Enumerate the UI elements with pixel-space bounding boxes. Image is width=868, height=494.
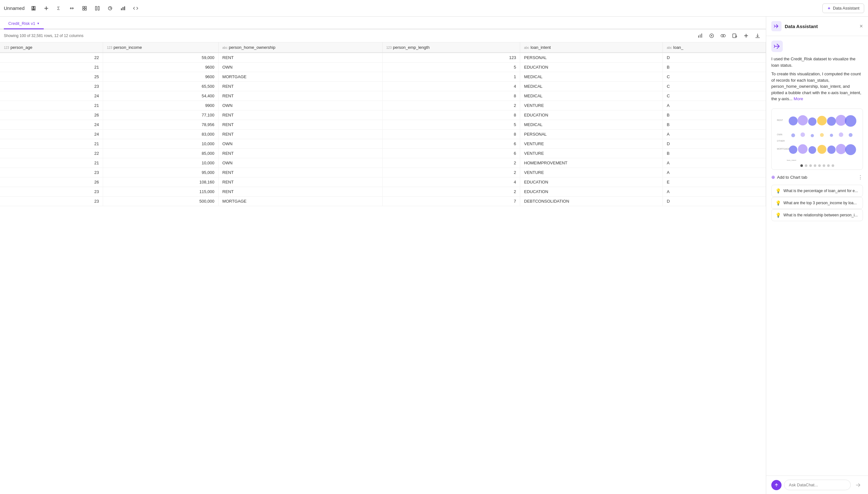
cell-loan: D — [663, 139, 766, 149]
table-body: 22 59,000 RENT 123 PERSONAL D 21 9600 OW… — [0, 53, 766, 206]
cell-home: RENT — [218, 168, 382, 177]
cell-age: 26 — [0, 110, 103, 120]
col-header-person-age[interactable]: 123person_age — [0, 42, 103, 53]
code-button[interactable] — [131, 3, 141, 14]
svg-point-50 — [830, 134, 833, 137]
table-row: 23 65,500 RENT 4 MEDICAL C — [0, 82, 766, 91]
svg-text:OWN: OWN — [777, 133, 783, 136]
add-to-chart-row[interactable]: ⊕ Add to Chart tab ⋮ — [771, 174, 863, 181]
chart-dot-3[interactable] — [814, 164, 816, 167]
cell-age: 26 — [0, 177, 103, 187]
cell-loan: B — [663, 149, 766, 158]
cell-age: 23 — [0, 187, 103, 196]
table-row: 22 85,000 RENT 6 VENTURE B — [0, 149, 766, 158]
svg-point-55 — [809, 146, 816, 154]
svg-text:Σ: Σ — [57, 6, 60, 11]
transform-button[interactable] — [67, 3, 77, 14]
cell-income: 85,000 — [103, 149, 218, 158]
data-assistant-button[interactable]: ✦ Data Assistant — [822, 3, 864, 13]
chart-dot-6[interactable] — [827, 164, 830, 167]
cell-intent: PERSONAL — [520, 53, 663, 62]
data-table-container[interactable]: 123person_age 123person_income abcperson… — [0, 42, 766, 494]
suggestion-item-0[interactable]: 💡 What is the percentage of loan_amnt fo… — [771, 185, 863, 197]
suggestion-item-2[interactable]: 💡 What is the relationship between perso… — [771, 209, 863, 221]
chart-dot-2[interactable] — [809, 164, 812, 167]
table-row: 21 10,000 OWN 2 HOMEIMPROVEMENT A — [0, 158, 766, 168]
add-to-chart-label[interactable]: Add to Chart tab — [777, 175, 807, 180]
suggestion-text-0: What is the percentage of loan_amnt for … — [784, 189, 858, 193]
join-icon[interactable] — [719, 31, 728, 40]
more-options-button[interactable]: ⋮ — [858, 174, 863, 180]
credit-risk-tab[interactable]: Credit_Risk v1 ▾ — [4, 19, 44, 30]
chart-svg: RENT OWN OTHER MORTGAGE loan_intent — [774, 111, 860, 163]
save-button[interactable] — [28, 3, 39, 14]
assistant-logo — [771, 40, 783, 52]
svg-point-23 — [711, 35, 712, 36]
svg-point-39 — [789, 116, 798, 126]
assistant-close-button[interactable]: × — [860, 23, 863, 30]
chart-dot-4[interactable] — [818, 164, 821, 167]
grid-button[interactable] — [79, 3, 90, 14]
pie-chart-button[interactable] — [105, 3, 115, 14]
col-header-loan[interactable]: abcloan_ — [663, 42, 766, 53]
suggestion-icon-0: 💡 — [775, 188, 781, 193]
columns-button[interactable] — [92, 3, 102, 14]
suggestions-list: 💡 What is the percentage of loan_amnt fo… — [771, 185, 863, 221]
col-header-emp-length[interactable]: 123person_emp_length — [382, 42, 520, 53]
cell-income: 65,500 — [103, 82, 218, 91]
chart-dot-7[interactable] — [832, 164, 834, 167]
col-header-home-ownership[interactable]: abcperson_home_ownership — [218, 42, 382, 53]
toolbar: Unnamed Σ ✦ Data Assistant — [0, 0, 868, 17]
cell-emp: 8 — [382, 91, 520, 101]
chart-dot-5[interactable] — [823, 164, 825, 167]
cell-home: RENT — [218, 130, 382, 139]
chat-input[interactable] — [784, 480, 851, 490]
svg-point-53 — [789, 146, 797, 154]
download-icon[interactable] — [753, 31, 762, 40]
cell-emp: 5 — [382, 120, 520, 130]
col-header-person-income[interactable]: 123person_income — [103, 42, 218, 53]
chart-view-icon[interactable] — [696, 31, 705, 40]
svg-rect-18 — [124, 6, 125, 10]
chart-dot-1[interactable] — [805, 164, 807, 167]
svg-point-52 — [849, 133, 853, 137]
cell-age: 24 — [0, 130, 103, 139]
svg-text:RENT: RENT — [777, 119, 784, 121]
chart-dot-0[interactable] — [801, 164, 803, 167]
cell-home: MORTGAGE — [218, 72, 382, 82]
svg-point-46 — [791, 133, 795, 137]
dataset-info-bar: Showing 100 of 32,581 rows, 12 of 12 col… — [0, 30, 766, 42]
cell-loan: D — [663, 196, 766, 206]
cell-home: OWN — [218, 139, 382, 149]
chat-send-button[interactable] — [853, 480, 863, 490]
cell-emp: 2 — [382, 187, 520, 196]
cell-emp: 1 — [382, 72, 520, 82]
chat-avatar — [771, 480, 782, 490]
cell-age: 21 — [0, 62, 103, 72]
suggestion-text-1: What are the top 3 person_income by loa.… — [784, 201, 856, 205]
suggestion-item-1[interactable]: 💡 What are the top 3 person_income by lo… — [771, 197, 863, 209]
cell-age: 21 — [0, 139, 103, 149]
tab-dropdown-icon[interactable]: ▾ — [37, 21, 39, 25]
chart-button[interactable] — [118, 3, 128, 14]
add-column-icon[interactable] — [730, 31, 739, 40]
add-icon[interactable] — [741, 31, 751, 40]
more-link[interactable]: More — [794, 96, 803, 101]
table-row: 21 9900 OWN 2 VENTURE A — [0, 101, 766, 110]
add-button[interactable] — [41, 3, 51, 14]
row-count-info: Showing 100 of 32,581 rows, 12 of 12 col… — [4, 34, 83, 38]
col-header-loan-intent[interactable]: abcloan_intent — [520, 42, 663, 53]
sigma-button[interactable]: Σ — [54, 3, 64, 14]
cell-home: RENT — [218, 82, 382, 91]
assistant-body: I used the Credit_Risk dataset to visual… — [766, 36, 868, 475]
cell-intent: VENTURE — [520, 139, 663, 149]
assistant-message-block: I used the Credit_Risk dataset to visual… — [771, 56, 863, 105]
cell-loan: B — [663, 110, 766, 120]
table-row: 24 54,400 RENT 8 MEDICAL C — [0, 91, 766, 101]
cell-home: OWN — [218, 158, 382, 168]
table-row: 26 108,160 RENT 4 EDUCATION E — [0, 177, 766, 187]
cell-home: RENT — [218, 149, 382, 158]
chart-preview: RENT OWN OTHER MORTGAGE loan_intent — [771, 109, 863, 170]
filter-icon[interactable] — [707, 31, 716, 40]
assistant-message2: To create this visualization, I computed… — [771, 71, 863, 102]
